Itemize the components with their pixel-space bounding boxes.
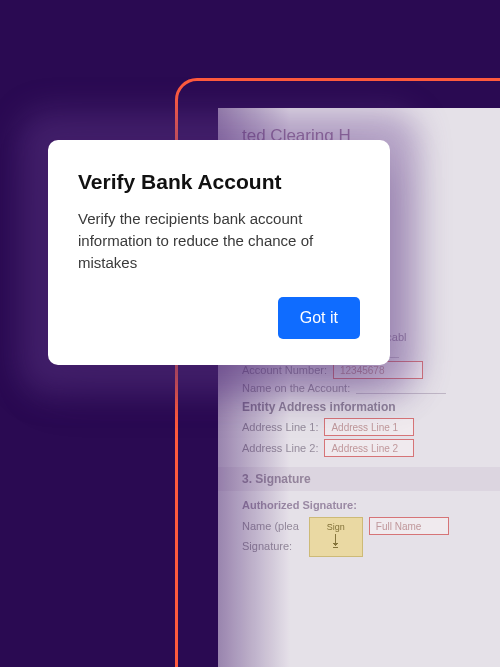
- signature-label: Signature:: [242, 540, 292, 552]
- sign-here-box[interactable]: Sign ⭳: [309, 517, 363, 557]
- modal-title: Verify Bank Account: [78, 170, 360, 194]
- account-number-label: Account Number:: [242, 364, 327, 376]
- signature-section-header: 3. Signature: [218, 467, 500, 491]
- got-it-button[interactable]: Got it: [278, 297, 360, 339]
- fullname-field[interactable]: Full Name: [369, 517, 449, 535]
- address1-field[interactable]: Address Line 1: [324, 418, 414, 436]
- name-label: Name (plea: [242, 520, 299, 532]
- authorized-signature-label: Authorized Signature:: [242, 499, 500, 511]
- modal-body: Verify the recipients bank account infor…: [78, 208, 360, 273]
- address1-label: Address Line 1:: [242, 421, 318, 433]
- name-on-account-label: Name on the Account:: [242, 382, 350, 394]
- modal-actions: Got it: [78, 297, 360, 339]
- name-on-account-input[interactable]: [356, 382, 446, 394]
- address2-field[interactable]: Address Line 2: [324, 439, 414, 457]
- download-arrow-icon: ⭳: [310, 534, 362, 548]
- verify-bank-modal: Verify Bank Account Verify the recipient…: [48, 140, 390, 365]
- sign-text: Sign: [327, 522, 345, 532]
- entity-address-title: Entity Address information: [242, 400, 500, 414]
- address2-label: Address Line 2:: [242, 442, 318, 454]
